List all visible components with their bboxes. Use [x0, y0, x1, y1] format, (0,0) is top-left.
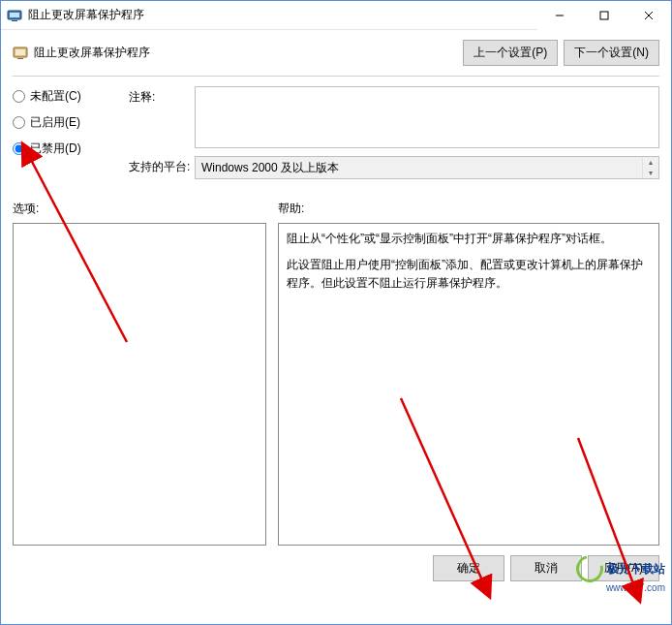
- previous-setting-button[interactable]: 上一个设置(P): [463, 40, 558, 66]
- radio-not-configured[interactable]: 未配置(C): [13, 88, 109, 105]
- help-label: 帮助:: [278, 201, 659, 217]
- fields-col: 注释: 支持的平台: Windows 2000 及以上版本 ▴▾: [129, 86, 659, 187]
- ok-button[interactable]: 确定: [433, 555, 504, 581]
- comment-textarea[interactable]: [195, 86, 659, 148]
- window-controls: [537, 1, 671, 29]
- svg-rect-9: [17, 58, 23, 59]
- platform-value: Windows 2000 及以上版本: [201, 161, 339, 174]
- window-title: 阻止更改屏幕保护程序: [28, 7, 144, 23]
- platform-label: 支持的平台:: [129, 156, 195, 175]
- options-label: 选项:: [13, 201, 266, 217]
- radio-not-configured-label: 未配置(C): [30, 88, 81, 105]
- help-paragraph: 此设置阻止用户使用“控制面板”添加、配置或更改计算机上的屏幕保护程序。但此设置不…: [287, 256, 651, 293]
- app-icon: [7, 8, 22, 23]
- radio-enabled-label: 已启用(E): [30, 114, 80, 131]
- options-panel: [13, 223, 266, 546]
- lower-area: 选项: 帮助: 阻止从“个性化”或“显示控制面板”中打开“屏幕保护程序”对话框。…: [1, 187, 671, 546]
- svg-rect-2: [12, 20, 17, 21]
- close-button[interactable]: [626, 1, 671, 30]
- policy-icon: [13, 46, 28, 61]
- maximize-button[interactable]: [582, 1, 626, 30]
- svg-rect-4: [600, 12, 608, 19]
- help-column: 帮助: 阻止从“个性化”或“显示控制面板”中打开“屏幕保护程序”对话框。 此设置…: [278, 201, 659, 546]
- platform-box: Windows 2000 及以上版本 ▴▾: [195, 156, 659, 179]
- titlebar-left: 阻止更改屏幕保护程序: [1, 7, 144, 23]
- radio-disabled-input[interactable]: [13, 142, 25, 155]
- dialog-footer: 确定 取消 应用(A): [1, 546, 671, 593]
- svg-rect-1: [10, 13, 19, 17]
- nav-buttons: 上一个设置(P) 下一个设置(N): [463, 40, 659, 66]
- header-left: 阻止更改屏幕保护程序: [13, 45, 150, 61]
- radio-not-configured-input[interactable]: [13, 90, 25, 103]
- help-paragraph: 阻止从“个性化”或“显示控制面板”中打开“屏幕保护程序”对话框。: [287, 230, 651, 248]
- radio-enabled[interactable]: 已启用(E): [13, 114, 109, 131]
- titlebar: 阻止更改屏幕保护程序: [1, 1, 671, 30]
- platform-row: 支持的平台: Windows 2000 及以上版本 ▴▾: [129, 156, 659, 179]
- state-radio-group: 未配置(C) 已启用(E) 已禁用(D): [13, 86, 109, 187]
- header-row: 阻止更改屏幕保护程序 上一个设置(P) 下一个设置(N): [1, 30, 671, 72]
- comment-label: 注释:: [129, 86, 195, 106]
- scrollbar-stub[interactable]: ▴▾: [642, 157, 658, 178]
- help-panel: 阻止从“个性化”或“显示控制面板”中打开“屏幕保护程序”对话框。 此设置阻止用户…: [278, 223, 659, 546]
- minimize-button[interactable]: [537, 1, 582, 30]
- radio-disabled-label: 已禁用(D): [30, 141, 81, 157]
- next-setting-button[interactable]: 下一个设置(N): [564, 40, 659, 66]
- options-column: 选项:: [13, 201, 266, 546]
- cancel-button[interactable]: 取消: [510, 555, 582, 581]
- svg-rect-8: [15, 49, 25, 55]
- config-area: 未配置(C) 已启用(E) 已禁用(D) 注释: 支持的平台: Windows …: [1, 77, 671, 187]
- apply-button[interactable]: 应用(A): [588, 555, 659, 581]
- comment-row: 注释:: [129, 86, 659, 148]
- radio-enabled-input[interactable]: [13, 116, 25, 129]
- policy-title: 阻止更改屏幕保护程序: [34, 45, 150, 61]
- radio-disabled[interactable]: 已禁用(D): [13, 141, 109, 157]
